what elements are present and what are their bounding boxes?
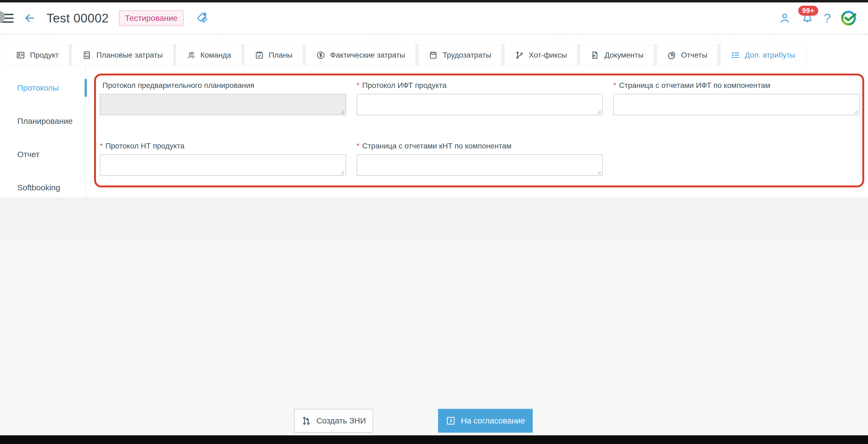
field-nt-product-protocol: *Протокол НТ продукта <box>100 142 346 177</box>
tab-reports[interactable]: Отчеты <box>656 44 718 66</box>
preliminary-planning-protocol-textarea[interactable] <box>100 94 346 115</box>
resize-handle-icon[interactable] <box>854 109 858 114</box>
field-label: *Страница с отчетами кНТ по компонентам <box>356 142 603 150</box>
sidenav-item-protocols[interactable]: Протоколы <box>0 79 86 97</box>
app-header: Test 00002 Тестирование 99+ ? <box>0 2 868 34</box>
tab-label: Документы <box>604 51 643 60</box>
tab-product[interactable]: Продукт <box>5 44 69 66</box>
required-marker: * <box>613 81 616 90</box>
protocols-form-highlighted: Протокол предварительного планирования *… <box>94 73 864 187</box>
forward-square-icon <box>446 416 456 426</box>
tags-icon[interactable] <box>196 12 209 24</box>
tab-label: Отчеты <box>681 51 707 60</box>
notifications-count-badge: 99+ <box>798 6 818 16</box>
tab-additional-attributes[interactable]: Доп. атрибуты <box>720 44 806 66</box>
tab-label: Планы <box>269 51 292 60</box>
knt-component-reports-textarea[interactable] <box>356 154 603 176</box>
sidenav-label: Протоколы <box>17 83 59 93</box>
sidenav-item-planning[interactable]: Планирование <box>0 112 86 130</box>
calendar-check-icon <box>255 51 264 60</box>
tab-actual-costs[interactable]: Фактические затраты <box>306 44 415 66</box>
required-marker: * <box>356 81 360 90</box>
create-zni-label: Создать ЗНИ <box>316 416 366 425</box>
sidenav-item-softbooking[interactable]: Softbooking <box>0 179 86 197</box>
git-pull-request-icon <box>301 416 311 426</box>
field-label: *Протокол ИФТ продукта <box>356 81 603 90</box>
tab-planned-costs[interactable]: Плановые затраты <box>72 44 173 66</box>
send-for-approval-button[interactable]: На согласование <box>438 409 533 433</box>
section-side-nav: Протоколы Планирование Отчет Softbooking <box>0 66 86 197</box>
required-marker: * <box>356 142 360 150</box>
resize-handle-icon[interactable] <box>340 109 345 114</box>
field-preliminary-planning-protocol: Протокол предварительного планирования <box>100 81 346 116</box>
tab-label: Доп. атрибуты <box>745 51 796 60</box>
tab-label: Фактические затраты <box>330 51 405 60</box>
resize-handle-icon[interactable] <box>596 109 601 114</box>
user-icon[interactable] <box>778 12 791 25</box>
field-label: *Страница с отчетами ИФТ по компонентам <box>613 81 860 90</box>
back-arrow-icon[interactable] <box>23 12 36 24</box>
calendar-icon <box>429 51 438 60</box>
field-knt-component-reports-page: *Страница с отчетами кНТ по компонентам <box>356 142 603 177</box>
team-icon <box>186 51 195 60</box>
dollar-circle-icon <box>316 51 325 60</box>
ift-component-reports-textarea[interactable] <box>613 94 860 115</box>
page-title: Test 00002 <box>46 11 109 25</box>
tab-label: Продукт <box>30 51 59 60</box>
sidenav-item-report[interactable]: Отчет <box>0 146 86 163</box>
tab-label: Команда <box>200 51 231 60</box>
window-bottom-bar <box>0 435 868 444</box>
document-plus-icon <box>590 51 599 60</box>
field-ift-component-reports-page: *Страница с отчетами ИФТ по компонентам <box>613 81 860 116</box>
tab-label: Плановые затраты <box>96 51 163 60</box>
status-badge: Тестирование <box>119 10 184 26</box>
sidenav-label: Отчет <box>17 150 39 159</box>
field-label: Протокол предварительного планирования <box>100 81 346 90</box>
window-top-strip <box>0 0 868 2</box>
resize-handle-icon[interactable] <box>340 170 345 175</box>
field-ift-product-protocol: *Протокол ИФТ продукта <box>356 81 603 116</box>
tab-label: Хот-фиксы <box>529 51 567 60</box>
create-zni-button[interactable]: Создать ЗНИ <box>294 409 373 433</box>
send-for-approval-label: На согласование <box>461 416 525 425</box>
calculator-icon <box>82 51 91 60</box>
additional-attributes-panel: Протоколы Планирование Отчет Softbooking… <box>0 66 868 197</box>
tab-labor-costs[interactable]: Трудозатраты <box>418 44 502 66</box>
sber-logo-icon[interactable] <box>840 10 857 26</box>
git-branch-icon <box>515 51 524 60</box>
tab-plans[interactable]: Планы <box>244 44 303 66</box>
notifications-bell-icon[interactable]: 99+ <box>801 12 814 25</box>
list-icon <box>731 51 740 60</box>
ift-product-protocol-textarea[interactable] <box>356 94 603 115</box>
content-background <box>0 197 868 435</box>
entity-tab-bar: Продукт Плановые затраты Команда Планы Ф… <box>0 34 868 66</box>
pie-chart-icon <box>667 51 676 60</box>
id-card-icon <box>16 51 25 60</box>
tab-team[interactable]: Команда <box>176 44 242 66</box>
resize-handle-icon[interactable] <box>596 170 601 175</box>
nt-product-protocol-textarea[interactable] <box>100 154 346 176</box>
help-icon[interactable]: ? <box>824 11 831 25</box>
required-marker: * <box>100 142 103 150</box>
sidenav-label: Планирование <box>17 117 73 126</box>
tab-documents[interactable]: Документы <box>580 44 654 66</box>
field-label: *Протокол НТ продукта <box>100 142 346 150</box>
sidenav-label: Softbooking <box>17 183 60 192</box>
tab-hotfixes[interactable]: Хот-фиксы <box>504 44 578 66</box>
tab-label: Трудозатраты <box>443 51 491 60</box>
